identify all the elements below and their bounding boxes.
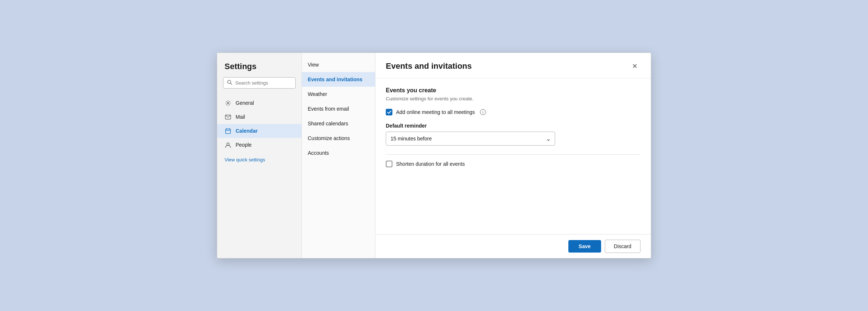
- sidebar-item-calendar[interactable]: Calendar: [217, 124, 301, 138]
- middle-item-customize-actions[interactable]: Customize actions: [302, 131, 375, 146]
- settings-title: Settings: [217, 62, 301, 77]
- middle-item-events-invitations[interactable]: Events and invitations: [302, 72, 375, 87]
- right-panel-title: Events and invitations: [386, 61, 472, 71]
- middle-item-events-from-email[interactable]: Events from email: [302, 101, 375, 116]
- middle-item-shared-calendars[interactable]: Shared calendars: [302, 116, 375, 131]
- shorten-duration-row: Shorten duration for all events: [386, 161, 641, 167]
- divider: [386, 154, 641, 155]
- sidebar-item-people[interactable]: People: [217, 138, 301, 152]
- search-icon: [227, 80, 232, 86]
- calendar-icon: [225, 128, 231, 134]
- default-reminder-select-wrapper: None 0 minutes before 5 minutes before 1…: [386, 132, 555, 146]
- info-icon[interactable]: i: [480, 109, 486, 115]
- right-panel-header: Events and invitations ✕: [375, 53, 651, 78]
- sidebar-item-mail[interactable]: Mail: [217, 110, 301, 124]
- section-subtitle: Customize settings for events you create…: [386, 96, 641, 101]
- middle-item-weather-label: Weather: [308, 91, 327, 97]
- middle-panel: View Events and invitations Weather Even…: [302, 53, 375, 258]
- online-meeting-label: Add online meeting to all meetings: [396, 109, 475, 115]
- svg-point-8: [227, 143, 229, 145]
- middle-item-weather[interactable]: Weather: [302, 87, 375, 101]
- online-meeting-checkbox[interactable]: [386, 109, 392, 115]
- default-reminder-select[interactable]: None 0 minutes before 5 minutes before 1…: [386, 132, 555, 146]
- default-reminder-label: Default reminder: [386, 123, 641, 129]
- middle-item-customize-actions-label: Customize actions: [308, 135, 350, 141]
- shorten-duration-checkbox[interactable]: [386, 161, 392, 167]
- sidebar-item-general-label: General: [236, 100, 254, 106]
- middle-item-events-invitations-label: Events and invitations: [308, 76, 363, 82]
- search-input[interactable]: [235, 80, 292, 86]
- svg-line-1: [230, 83, 232, 85]
- person-icon: [225, 142, 231, 148]
- sidebar-item-general[interactable]: General: [217, 96, 301, 110]
- search-box[interactable]: [223, 77, 296, 89]
- svg-rect-4: [225, 129, 230, 133]
- settings-modal: Settings General: [217, 53, 651, 258]
- close-button[interactable]: ✕: [629, 60, 641, 72]
- sidebar-item-people-label: People: [236, 142, 252, 148]
- middle-item-view[interactable]: View: [302, 57, 375, 72]
- right-panel-footer: Save Discard: [375, 234, 651, 258]
- middle-item-view-label: View: [308, 62, 319, 68]
- middle-item-shared-calendars-label: Shared calendars: [308, 121, 348, 126]
- view-quick-settings-link[interactable]: View quick settings: [217, 153, 301, 166]
- sidebar-item-calendar-label: Calendar: [236, 128, 258, 134]
- left-panel: Settings General: [217, 53, 302, 258]
- gear-icon: [225, 100, 231, 106]
- middle-item-accounts[interactable]: Accounts: [302, 146, 375, 160]
- save-button[interactable]: Save: [568, 240, 601, 253]
- middle-item-events-from-email-label: Events from email: [308, 106, 349, 112]
- online-meeting-row: Add online meeting to all meetings i: [386, 109, 641, 115]
- svg-point-2: [227, 102, 229, 104]
- sidebar-item-mail-label: Mail: [236, 114, 245, 120]
- shorten-duration-label: Shorten duration for all events: [396, 161, 465, 167]
- section-title: Events you create: [386, 87, 641, 94]
- discard-button[interactable]: Discard: [605, 240, 641, 253]
- mail-icon: [225, 114, 231, 120]
- middle-item-accounts-label: Accounts: [308, 150, 329, 156]
- right-panel: Events and invitations ✕ Events you crea…: [375, 53, 651, 258]
- right-panel-content: Events you create Customize settings for…: [375, 78, 651, 234]
